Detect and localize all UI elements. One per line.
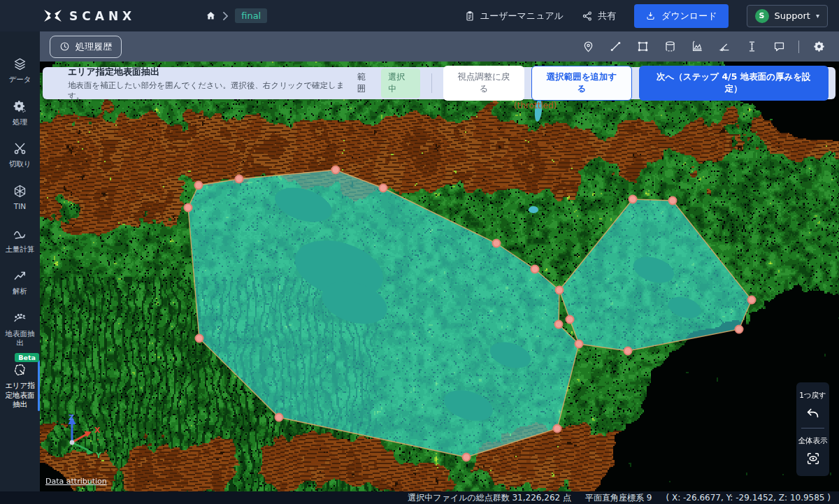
layers-icon bbox=[13, 57, 27, 71]
share-label: 共有 bbox=[598, 10, 616, 22]
brand-logo[interactable]: SCANX bbox=[43, 9, 136, 23]
gears-icon bbox=[13, 99, 27, 114]
breadcrumb: final bbox=[206, 8, 267, 23]
banner-divider bbox=[431, 73, 432, 93]
back-to-view-adjust-button[interactable]: 視点調整に戻る bbox=[443, 66, 525, 101]
sidebar-item-clip[interactable]: 切取り bbox=[0, 141, 40, 169]
clip-cylinder-tool[interactable] bbox=[659, 36, 680, 57]
fit-view-label: 全体表示 bbox=[798, 436, 828, 446]
home-icon[interactable] bbox=[206, 10, 216, 21]
sidebar-item-ground-surface[interactable]: 地表面抽出 bbox=[0, 311, 40, 348]
x-axis-label: X bbox=[94, 426, 101, 435]
chevron-down-icon: ▾ bbox=[816, 12, 819, 20]
support-label: Support bbox=[775, 10, 810, 21]
throttled-indicator: (throttled) bbox=[514, 101, 557, 110]
view-controls-panel: 1つ戻す 全体表示 bbox=[796, 382, 829, 476]
trend-arrow-icon bbox=[13, 268, 27, 283]
support-menu-button[interactable]: S Support ▾ bbox=[747, 5, 828, 27]
sidebar-item-area-ground-extract[interactable]: Beta エリア指定地表面抽出 bbox=[0, 363, 40, 410]
y-axis-label: Y bbox=[95, 451, 102, 459]
wave-icon bbox=[13, 226, 27, 241]
measure-height-tool[interactable] bbox=[741, 36, 762, 57]
area-lasso-icon bbox=[13, 363, 27, 377]
process-history-label: 処理履歴 bbox=[76, 41, 112, 53]
download-button[interactable]: ダウンロード bbox=[634, 4, 729, 28]
view-controls-divider bbox=[801, 428, 824, 429]
settings-gear-icon[interactable] bbox=[808, 36, 829, 57]
range-status-badge: 選択中 bbox=[381, 69, 420, 98]
brand-wordmark: SCANX bbox=[69, 9, 136, 23]
clock-icon bbox=[59, 41, 70, 52]
sidebar-item-process[interactable]: 処理 bbox=[0, 99, 40, 127]
sidebar-item-analysis[interactable]: 解析 bbox=[0, 268, 40, 296]
undo-label: 1つ戻す bbox=[799, 391, 826, 401]
beta-badge: Beta bbox=[15, 353, 39, 362]
measure-line-tool[interactable] bbox=[605, 36, 626, 57]
sidebar-label-volume: 土量計算 bbox=[3, 245, 37, 254]
undo-button[interactable]: 1つ戻す bbox=[796, 389, 829, 428]
tin-mesh-icon bbox=[13, 184, 27, 199]
left-sidebar: データ 処理 切取り TIN 土量計算 解析 地表面抽出 Beta bbox=[0, 31, 40, 491]
pointcloud-canvas[interactable] bbox=[40, 62, 839, 491]
location-pin-tool[interactable] bbox=[578, 36, 598, 57]
sidebar-item-data[interactable]: データ bbox=[0, 57, 40, 85]
z-axis-label: Z bbox=[69, 413, 74, 422]
cursor-coordinates: ( X: -26.6677, Y: -29.1452, Z: 10.9585 ) bbox=[666, 493, 831, 503]
share-icon bbox=[582, 10, 593, 22]
sidebar-label-clip: 切取り bbox=[7, 159, 34, 169]
top-nav: SCANX final ユーザーマニュアル 共有 bbox=[0, 0, 839, 31]
scanx-logo-icon bbox=[43, 9, 62, 22]
sidebar-label-area-ground-extract: エリア指定地表面抽出 bbox=[0, 381, 40, 410]
toolbar-divider bbox=[798, 41, 799, 53]
user-manual-link[interactable]: ユーザーマニュアル bbox=[464, 10, 564, 22]
measure-area-tool[interactable] bbox=[632, 36, 653, 57]
sidebar-item-volume[interactable]: 土量計算 bbox=[0, 226, 40, 254]
step-banner-actions: 範囲 選択中 視点調整に戻る 選択範囲を追加する 次へ（ステップ 4/5 地表面… bbox=[357, 66, 829, 101]
share-link[interactable]: 共有 bbox=[582, 10, 616, 22]
support-avatar: S bbox=[755, 9, 769, 23]
status-bar: 選択中ファイルの総点群数 31,226,262 点 平面直角座標系 9 ( X:… bbox=[0, 491, 839, 504]
chevron-right-icon bbox=[222, 12, 229, 20]
sidebar-label-ground-extract: 解析 bbox=[10, 287, 29, 296]
comment-tool[interactable] bbox=[768, 36, 789, 57]
ground-points-icon bbox=[13, 311, 27, 326]
step-subtitle: 地表面を補正したい部分を囲んでください。選択後、右クリックで確定します。 bbox=[68, 80, 357, 101]
cross-section-tool[interactable] bbox=[687, 36, 708, 57]
clipboard-icon bbox=[464, 10, 475, 22]
next-step-button[interactable]: 次へ（ステップ 4/5 地表面の厚みを設定） bbox=[639, 66, 829, 101]
measure-tools bbox=[578, 36, 829, 57]
scissors-icon bbox=[13, 141, 27, 156]
user-manual-label: ユーザーマニュアル bbox=[480, 10, 564, 22]
coordinate-system: 平面直角座標系 9 bbox=[585, 492, 652, 504]
sidebar-label-tin: TIN bbox=[12, 202, 28, 212]
y-axis-arrow bbox=[87, 449, 94, 455]
step-banner: エリア指定地表面抽出 地表面を補正したい部分を囲んでください。選択後、右クリック… bbox=[43, 67, 836, 99]
process-history-button[interactable]: 処理履歴 bbox=[50, 36, 122, 58]
fit-view-button[interactable]: 全体表示 bbox=[796, 435, 829, 473]
measure-angle-tool[interactable] bbox=[714, 36, 735, 57]
point-cloud-viewport: (throttled) エリア指定地表面抽出 地表面を補正したい部分を囲んでくだ… bbox=[40, 62, 839, 491]
fit-view-eye-icon bbox=[805, 451, 821, 466]
total-points-count: 選択中ファイルの総点群数 31,226,262 点 bbox=[408, 492, 571, 504]
add-selection-range-button[interactable]: 選択範囲を追加する bbox=[531, 66, 631, 101]
data-attribution-link[interactable]: Data attribution bbox=[45, 477, 107, 486]
undo-arrow-icon bbox=[805, 405, 821, 421]
step-banner-text: エリア指定地表面抽出 地表面を補正したい部分を囲んでください。選択後、右クリック… bbox=[68, 66, 357, 101]
viewer-toolbar: 処理履歴 bbox=[40, 31, 839, 62]
sidebar-label-process: 処理 bbox=[10, 117, 29, 127]
range-label: 範囲 bbox=[357, 71, 375, 95]
sidebar-label-ground-surface: 地表面抽出 bbox=[0, 329, 40, 348]
download-icon bbox=[645, 10, 656, 21]
sidebar-item-tin[interactable]: TIN bbox=[0, 184, 40, 212]
top-nav-actions: ユーザーマニュアル 共有 ダウンロード S Support ▾ bbox=[464, 4, 828, 28]
step-title: エリア指定地表面抽出 bbox=[68, 66, 357, 78]
app-window: SCANX final ユーザーマニュアル 共有 bbox=[0, 0, 839, 504]
breadcrumb-current-project[interactable]: final bbox=[235, 8, 267, 23]
download-label: ダウンロード bbox=[661, 10, 717, 22]
axis-gizmo[interactable]: Z X Y bbox=[55, 413, 107, 459]
sidebar-label-data: データ bbox=[7, 75, 34, 85]
